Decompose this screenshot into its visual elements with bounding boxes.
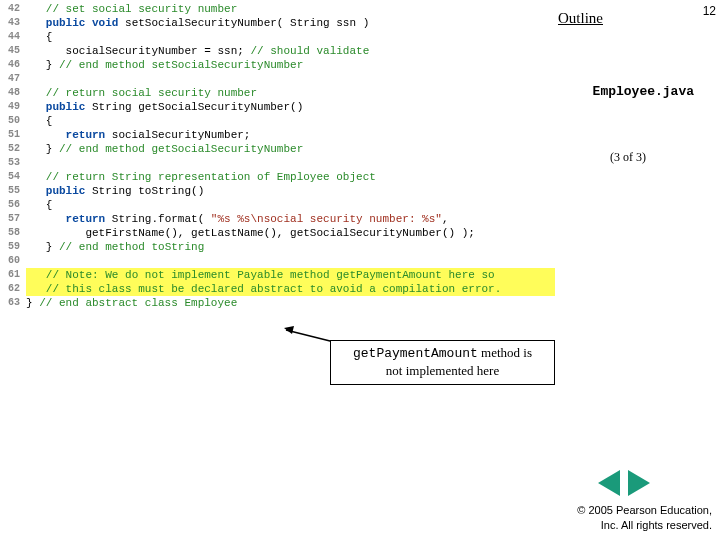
line-number: 50 — [0, 114, 26, 128]
nav-arrows — [598, 470, 650, 496]
code-content: // Note: We do not implement Payable met… — [26, 268, 555, 282]
line-number: 44 — [0, 30, 26, 44]
code-content: public String toString() — [26, 184, 555, 198]
line-number: 62 — [0, 282, 26, 296]
prev-button[interactable] — [598, 470, 620, 496]
code-content: { — [26, 114, 555, 128]
code-content — [26, 72, 555, 86]
code-line: 47 — [0, 72, 555, 86]
line-number: 58 — [0, 226, 26, 240]
code-line: 61 // Note: We do not implement Payable … — [0, 268, 555, 282]
code-line: 42 // set social security number — [0, 2, 555, 16]
line-number: 49 — [0, 100, 26, 114]
code-line: 44 { — [0, 30, 555, 44]
line-number: 57 — [0, 212, 26, 226]
callout-text-2: not implemented here — [386, 363, 499, 378]
line-number: 56 — [0, 198, 26, 212]
code-line: 62 // this class must be declared abstra… — [0, 282, 555, 296]
code-line: 45 socialSecurityNumber = ssn; // should… — [0, 44, 555, 58]
code-content: // return social security number — [26, 86, 555, 100]
code-line: 52 } // end method getSocialSecurityNumb… — [0, 142, 555, 156]
code-line: 54 // return String representation of Em… — [0, 170, 555, 184]
code-content: // set social security number — [26, 2, 555, 16]
code-content: { — [26, 198, 555, 212]
code-line: 60 — [0, 254, 555, 268]
code-line: 53 — [0, 156, 555, 170]
callout-method-name: getPaymentAmount — [353, 346, 478, 361]
code-content: } // end method toString — [26, 240, 555, 254]
line-number: 48 — [0, 86, 26, 100]
line-number: 46 — [0, 58, 26, 72]
code-content: return String.format( "%s %s\nsocial sec… — [26, 212, 555, 226]
code-content: return socialSecurityNumber; — [26, 128, 555, 142]
code-line: 51 return socialSecurityNumber; — [0, 128, 555, 142]
line-number: 43 — [0, 16, 26, 30]
next-button[interactable] — [628, 470, 650, 496]
code-line: 63} // end abstract class Employee — [0, 296, 555, 310]
line-number: 55 — [0, 184, 26, 198]
line-number: 52 — [0, 142, 26, 156]
code-content: // return String representation of Emplo… — [26, 170, 555, 184]
code-content: // this class must be declared abstract … — [26, 282, 555, 296]
code-line: 46 } // end method setSocialSecurityNumb… — [0, 58, 555, 72]
line-number: 61 — [0, 268, 26, 282]
code-line: 43 public void setSocialSecurityNumber( … — [0, 16, 555, 30]
code-listing: 42 // set social security number43 publi… — [0, 0, 555, 310]
outline-section: Outline — [558, 10, 708, 27]
outline-title: Outline — [558, 10, 708, 27]
line-number: 60 — [0, 254, 26, 268]
code-content: } // end abstract class Employee — [26, 296, 555, 310]
copyright-line-2: Inc. All rights reserved. — [601, 519, 712, 531]
copyright-line-1: © 2005 Pearson Education, — [577, 504, 712, 516]
code-content: } // end method getSocialSecurityNumber — [26, 142, 555, 156]
code-line: 55 public String toString() — [0, 184, 555, 198]
code-line: 59 } // end method toString — [0, 240, 555, 254]
line-number: 54 — [0, 170, 26, 184]
callout-text-1: method is — [478, 345, 532, 360]
code-line: 49 public String getSocialSecurityNumber… — [0, 100, 555, 114]
code-content: public String getSocialSecurityNumber() — [26, 100, 555, 114]
line-number: 42 — [0, 2, 26, 16]
code-content: { — [26, 30, 555, 44]
code-content — [26, 156, 555, 170]
line-number: 63 — [0, 296, 26, 310]
callout-box: getPaymentAmount method is not implement… — [330, 340, 555, 385]
code-content — [26, 254, 555, 268]
file-name: Employee.java — [593, 84, 694, 99]
code-line: 48 // return social security number — [0, 86, 555, 100]
code-content: getFirstName(), getLastName(), getSocial… — [26, 226, 555, 240]
line-number: 53 — [0, 156, 26, 170]
page-of-indicator: (3 of 3) — [610, 150, 646, 165]
code-content: } // end method setSocialSecurityNumber — [26, 58, 555, 72]
code-line: 50 { — [0, 114, 555, 128]
line-number: 59 — [0, 240, 26, 254]
line-number: 45 — [0, 44, 26, 58]
code-content: socialSecurityNumber = ssn; // should va… — [26, 44, 555, 58]
svg-marker-1 — [284, 326, 294, 334]
code-line: 58 getFirstName(), getLastName(), getSoc… — [0, 226, 555, 240]
code-line: 57 return String.format( "%s %s\nsocial … — [0, 212, 555, 226]
code-line: 56 { — [0, 198, 555, 212]
line-number: 47 — [0, 72, 26, 86]
copyright: © 2005 Pearson Education, Inc. All right… — [577, 503, 712, 532]
line-number: 51 — [0, 128, 26, 142]
code-content: public void setSocialSecurityNumber( Str… — [26, 16, 555, 30]
